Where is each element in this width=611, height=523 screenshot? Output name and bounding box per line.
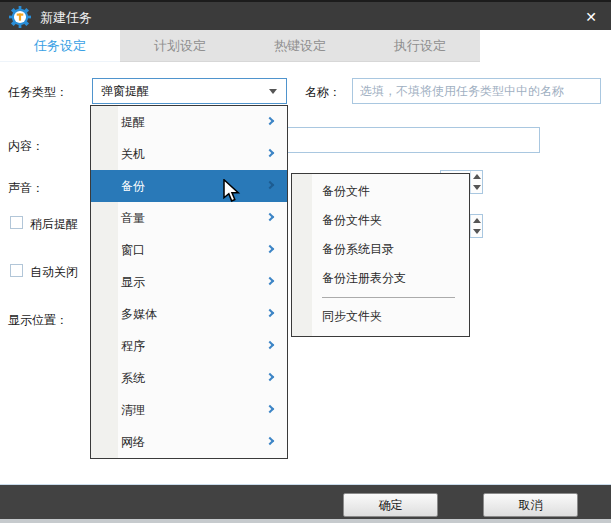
menu-item-clean[interactable]: 清理 bbox=[91, 394, 287, 426]
task-type-menu: 提醒 关机 备份 音量 窗口 显示 多媒体 程序 系统 清理 网络 bbox=[90, 105, 288, 459]
footer-bar: 确定 取消 bbox=[0, 484, 611, 523]
menu-item-display[interactable]: 显示 bbox=[91, 266, 287, 298]
menu-item-network[interactable]: 网络 bbox=[91, 426, 287, 458]
new-task-dialog: 新建任务 ✕ 任务设定 计划设定 热键设定 执行设定 任务类型： 弹窗提醒 名称… bbox=[0, 0, 611, 523]
name-label: 名称： bbox=[305, 84, 341, 101]
backup-submenu: 备份文件 备份文件夹 备份系统目录 备份注册表分支 同步文件夹 bbox=[291, 173, 470, 337]
submenu-arrow-icon bbox=[266, 181, 274, 189]
window-bottom-edge bbox=[0, 519, 611, 523]
submenu-arrow-icon bbox=[266, 245, 274, 253]
dropdown-arrow-icon bbox=[269, 89, 277, 94]
task-type-dropdown[interactable]: 弹窗提醒 bbox=[92, 78, 287, 104]
submenu-arrow-icon bbox=[266, 437, 274, 445]
window-title: 新建任务 bbox=[40, 9, 92, 27]
submenu-arrow-icon bbox=[266, 149, 274, 157]
menu-item-shutdown[interactable]: 关机 bbox=[91, 138, 287, 170]
content-label: 内容： bbox=[8, 138, 44, 155]
tab-execute-settings[interactable]: 执行设定 bbox=[360, 30, 480, 62]
submenu-arrow-icon bbox=[266, 277, 274, 285]
spin-up-icon bbox=[473, 218, 481, 223]
menu-item-system[interactable]: 系统 bbox=[91, 362, 287, 394]
menu-item-remind[interactable]: 提醒 bbox=[91, 106, 287, 138]
submenu-item-backup-sysdir[interactable]: 备份系统目录 bbox=[292, 235, 469, 264]
submenu-arrow-icon bbox=[266, 373, 274, 381]
submenu-item-backup-folder[interactable]: 备份文件夹 bbox=[292, 206, 469, 235]
close-icon[interactable]: ✕ bbox=[581, 7, 601, 27]
submenu-arrow-icon bbox=[266, 341, 274, 349]
tab-task-settings[interactable]: 任务设定 bbox=[0, 30, 120, 62]
task-type-value: 弹窗提醒 bbox=[101, 84, 149, 98]
submenu-arrow-icon bbox=[266, 213, 274, 221]
submenu-arrow-icon bbox=[266, 117, 274, 125]
submenu-item-sync-folder[interactable]: 同步文件夹 bbox=[292, 302, 469, 331]
submenu-arrow-icon bbox=[266, 309, 274, 317]
menu-item-volume[interactable]: 音量 bbox=[91, 202, 287, 234]
sound-label: 声音： bbox=[8, 180, 44, 197]
ok-button[interactable]: 确定 bbox=[343, 493, 438, 517]
title-bar: 新建任务 ✕ bbox=[0, 0, 611, 30]
spin-down-icon bbox=[473, 185, 481, 190]
submenu-item-backup-file[interactable]: 备份文件 bbox=[292, 177, 469, 206]
menu-item-window[interactable]: 窗口 bbox=[91, 234, 287, 266]
tab-bar: 任务设定 计划设定 热键设定 执行设定 bbox=[0, 30, 611, 62]
spinner-buttons[interactable] bbox=[470, 215, 482, 237]
cancel-button[interactable]: 取消 bbox=[483, 493, 578, 517]
remind-later-checkbox[interactable] bbox=[10, 216, 23, 229]
tab-hotkey-settings[interactable]: 热键设定 bbox=[240, 30, 360, 62]
name-input[interactable] bbox=[352, 78, 601, 104]
menu-item-program[interactable]: 程序 bbox=[91, 330, 287, 362]
task-type-label: 任务类型： bbox=[8, 84, 68, 101]
display-position-label: 显示位置： bbox=[8, 312, 68, 329]
tab-plan-settings[interactable]: 计划设定 bbox=[120, 30, 240, 62]
app-gear-icon bbox=[9, 6, 31, 28]
remind-later-label: 稍后提醒 bbox=[30, 216, 78, 233]
spinner-buttons[interactable] bbox=[470, 171, 482, 193]
menu-item-backup[interactable]: 备份 bbox=[91, 170, 287, 202]
mouse-cursor-icon bbox=[222, 179, 241, 203]
auto-close-checkbox[interactable] bbox=[10, 264, 23, 277]
submenu-arrow-icon bbox=[266, 405, 274, 413]
spin-down-icon bbox=[473, 229, 481, 234]
spin-up-icon bbox=[473, 174, 481, 179]
submenu-separator bbox=[322, 297, 455, 298]
auto-close-label: 自动关闭 bbox=[30, 264, 78, 281]
submenu-item-backup-registry[interactable]: 备份注册表分支 bbox=[292, 264, 469, 293]
menu-item-multimedia[interactable]: 多媒体 bbox=[91, 298, 287, 330]
